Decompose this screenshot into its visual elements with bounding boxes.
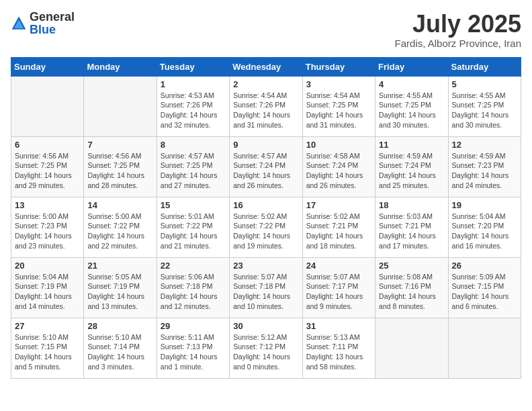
day-number: 11	[379, 140, 444, 150]
day-cell: 7Sunrise: 4:56 AM Sunset: 7:25 PM Daylig…	[84, 136, 157, 197]
day-info: Sunrise: 4:57 AM Sunset: 7:25 PM Dayligh…	[161, 151, 226, 191]
day-cell: 1Sunrise: 4:53 AM Sunset: 7:26 PM Daylig…	[157, 76, 229, 136]
day-number: 23	[233, 261, 298, 271]
day-cell: 15Sunrise: 5:01 AM Sunset: 7:22 PM Dayli…	[157, 197, 229, 257]
day-cell: 30Sunrise: 5:12 AM Sunset: 7:12 PM Dayli…	[230, 318, 302, 378]
day-number: 6	[15, 140, 80, 150]
day-info: Sunrise: 5:04 AM Sunset: 7:20 PM Dayligh…	[452, 212, 517, 251]
calendar-table: SundayMondayTuesdayWednesdayThursdayFrid…	[11, 57, 521, 379]
day-info: Sunrise: 5:03 AM Sunset: 7:21 PM Dayligh…	[379, 212, 444, 251]
day-number: 28	[87, 321, 152, 331]
day-number: 14	[87, 200, 152, 210]
logo-icon	[11, 15, 27, 32]
day-info: Sunrise: 4:59 AM Sunset: 7:23 PM Dayligh…	[452, 151, 517, 191]
day-number: 9	[233, 140, 298, 150]
day-info: Sunrise: 4:58 AM Sunset: 7:24 PM Dayligh…	[306, 151, 371, 191]
day-info: Sunrise: 4:54 AM Sunset: 7:25 PM Dayligh…	[306, 91, 371, 130]
day-number: 2	[233, 79, 298, 89]
day-info: Sunrise: 5:06 AM Sunset: 7:18 PM Dayligh…	[161, 272, 226, 312]
weekday-header-row: SundayMondayTuesdayWednesdayThursdayFrid…	[11, 57, 521, 76]
day-cell: 3Sunrise: 4:54 AM Sunset: 7:25 PM Daylig…	[302, 76, 375, 136]
day-info: Sunrise: 5:08 AM Sunset: 7:16 PM Dayligh…	[379, 272, 444, 312]
day-cell	[11, 76, 84, 136]
day-info: Sunrise: 5:11 AM Sunset: 7:13 PM Dayligh…	[161, 332, 226, 372]
day-info: Sunrise: 5:00 AM Sunset: 7:23 PM Dayligh…	[15, 212, 80, 251]
day-number: 17	[306, 200, 371, 210]
day-info: Sunrise: 5:10 AM Sunset: 7:15 PM Dayligh…	[15, 332, 80, 372]
day-cell: 19Sunrise: 5:04 AM Sunset: 7:20 PM Dayli…	[448, 197, 521, 257]
day-cell: 18Sunrise: 5:03 AM Sunset: 7:21 PM Dayli…	[375, 197, 448, 257]
week-row-5: 27Sunrise: 5:10 AM Sunset: 7:15 PM Dayli…	[11, 318, 521, 378]
day-number: 18	[379, 200, 444, 210]
day-info: Sunrise: 4:54 AM Sunset: 7:26 PM Dayligh…	[233, 91, 298, 130]
day-cell: 29Sunrise: 5:11 AM Sunset: 7:13 PM Dayli…	[157, 318, 229, 378]
day-info: Sunrise: 5:13 AM Sunset: 7:11 PM Dayligh…	[306, 332, 371, 372]
day-number: 1	[161, 79, 226, 89]
page-header: General Blue July 2025 Fardis, Alborz Pr…	[11, 11, 521, 49]
day-info: Sunrise: 5:09 AM Sunset: 7:15 PM Dayligh…	[452, 272, 517, 312]
weekday-header-sunday: Sunday	[11, 57, 84, 76]
title-block: July 2025 Fardis, Alborz Province, Iran	[395, 11, 521, 49]
day-number: 8	[161, 140, 226, 150]
day-info: Sunrise: 5:02 AM Sunset: 7:21 PM Dayligh…	[306, 212, 371, 251]
day-info: Sunrise: 4:56 AM Sunset: 7:25 PM Dayligh…	[15, 151, 80, 191]
day-cell: 31Sunrise: 5:13 AM Sunset: 7:11 PM Dayli…	[302, 318, 375, 378]
day-info: Sunrise: 4:53 AM Sunset: 7:26 PM Dayligh…	[161, 91, 226, 130]
day-cell: 27Sunrise: 5:10 AM Sunset: 7:15 PM Dayli…	[11, 318, 84, 378]
day-cell: 25Sunrise: 5:08 AM Sunset: 7:16 PM Dayli…	[375, 257, 448, 318]
month-year-title: July 2025	[395, 11, 521, 38]
day-number: 16	[233, 200, 298, 210]
day-cell	[84, 76, 157, 136]
day-info: Sunrise: 4:59 AM Sunset: 7:24 PM Dayligh…	[379, 151, 444, 191]
day-cell: 2Sunrise: 4:54 AM Sunset: 7:26 PM Daylig…	[230, 76, 302, 136]
location-subtitle: Fardis, Alborz Province, Iran	[395, 38, 521, 49]
day-number: 24	[306, 261, 371, 271]
day-cell: 5Sunrise: 4:55 AM Sunset: 7:25 PM Daylig…	[448, 76, 521, 136]
day-cell: 12Sunrise: 4:59 AM Sunset: 7:23 PM Dayli…	[448, 136, 521, 197]
day-cell: 16Sunrise: 5:02 AM Sunset: 7:22 PM Dayli…	[230, 197, 302, 257]
day-info: Sunrise: 5:01 AM Sunset: 7:22 PM Dayligh…	[161, 212, 226, 251]
day-number: 5	[452, 79, 517, 89]
day-cell: 13Sunrise: 5:00 AM Sunset: 7:23 PM Dayli…	[11, 197, 84, 257]
day-cell: 4Sunrise: 4:55 AM Sunset: 7:25 PM Daylig…	[375, 76, 448, 136]
day-number: 20	[15, 261, 80, 271]
day-cell: 14Sunrise: 5:00 AM Sunset: 7:22 PM Dayli…	[84, 197, 157, 257]
day-number: 25	[379, 261, 444, 271]
day-number: 19	[452, 200, 517, 210]
day-number: 7	[87, 140, 152, 150]
day-cell: 26Sunrise: 5:09 AM Sunset: 7:15 PM Dayli…	[448, 257, 521, 318]
day-info: Sunrise: 5:07 AM Sunset: 7:18 PM Dayligh…	[233, 272, 298, 312]
day-number: 21	[87, 261, 152, 271]
day-cell: 17Sunrise: 5:02 AM Sunset: 7:21 PM Dayli…	[302, 197, 375, 257]
day-info: Sunrise: 5:07 AM Sunset: 7:17 PM Dayligh…	[306, 272, 371, 312]
week-row-1: 1Sunrise: 4:53 AM Sunset: 7:26 PM Daylig…	[11, 76, 521, 136]
day-cell: 10Sunrise: 4:58 AM Sunset: 7:24 PM Dayli…	[302, 136, 375, 197]
day-number: 27	[15, 321, 80, 331]
day-cell	[448, 318, 521, 378]
day-number: 10	[306, 140, 371, 150]
weekday-header-tuesday: Tuesday	[157, 57, 229, 76]
logo: General Blue	[11, 11, 75, 36]
logo-blue-text: Blue	[30, 23, 56, 36]
day-cell: 24Sunrise: 5:07 AM Sunset: 7:17 PM Dayli…	[302, 257, 375, 318]
week-row-4: 20Sunrise: 5:04 AM Sunset: 7:19 PM Dayli…	[11, 257, 521, 318]
day-cell: 21Sunrise: 5:05 AM Sunset: 7:19 PM Dayli…	[84, 257, 157, 318]
day-info: Sunrise: 4:55 AM Sunset: 7:25 PM Dayligh…	[452, 91, 517, 130]
day-info: Sunrise: 4:55 AM Sunset: 7:25 PM Dayligh…	[379, 91, 444, 130]
day-number: 29	[161, 321, 226, 331]
day-info: Sunrise: 4:57 AM Sunset: 7:24 PM Dayligh…	[233, 151, 298, 191]
weekday-header-thursday: Thursday	[302, 57, 375, 76]
day-cell	[375, 318, 448, 378]
day-cell: 28Sunrise: 5:10 AM Sunset: 7:14 PM Dayli…	[84, 318, 157, 378]
day-info: Sunrise: 5:04 AM Sunset: 7:19 PM Dayligh…	[15, 272, 80, 312]
logo-general-text: General	[30, 10, 75, 24]
day-number: 22	[161, 261, 226, 271]
weekday-header-friday: Friday	[375, 57, 448, 76]
day-cell: 8Sunrise: 4:57 AM Sunset: 7:25 PM Daylig…	[157, 136, 229, 197]
day-number: 13	[15, 200, 80, 210]
day-cell: 20Sunrise: 5:04 AM Sunset: 7:19 PM Dayli…	[11, 257, 84, 318]
day-number: 3	[306, 79, 371, 89]
weekday-header-monday: Monday	[84, 57, 157, 76]
weekday-header-wednesday: Wednesday	[230, 57, 302, 76]
day-number: 30	[233, 321, 298, 331]
